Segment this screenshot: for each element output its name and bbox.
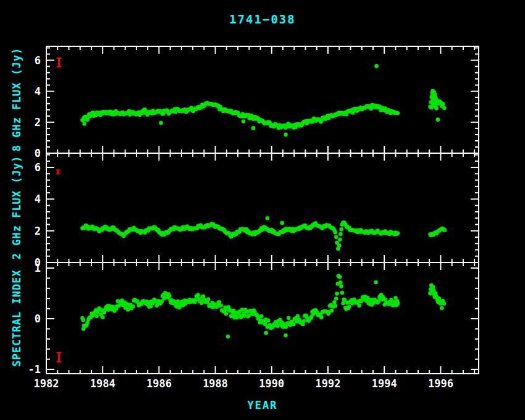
x-tick-label: 1982 [18, 377, 75, 390]
x-tick-label: 1996 [412, 377, 469, 390]
calibration-error-bar-middle [56, 170, 60, 174]
y-tick-label: 4 [0, 193, 41, 205]
x-axis-label: YEAR [46, 399, 479, 411]
panel-axes-middle [46, 153, 479, 262]
y-tick-label: 4 [0, 85, 41, 98]
light-curve-figure: 1741−038 8 GHz FLUX (Jy) 2 GHz FLUX (Jy)… [0, 0, 525, 420]
x-tick-label: 1988 [187, 377, 244, 390]
panel-axes-bottom [46, 262, 479, 374]
y-tick-label: 6 [0, 161, 41, 174]
plot-canvas [0, 0, 525, 420]
y-tick-label: 0 [0, 313, 41, 325]
panel-data-top [80, 64, 447, 136]
calibration-error-bar-bottom [57, 353, 62, 362]
panel-axes-top [46, 46, 479, 153]
x-tick-label: 1994 [356, 377, 413, 390]
y-tick-label: -1 [0, 363, 41, 376]
panel-data-middle [80, 216, 447, 251]
y-tick-label: 1 [0, 262, 41, 274]
x-tick-label: 1990 [243, 377, 300, 390]
y-tick-label: 2 [0, 116, 41, 128]
x-tick-label: 1986 [130, 377, 187, 390]
x-tick-label: 1992 [300, 377, 356, 390]
y-tick-label: 2 [0, 225, 41, 237]
calibration-error-bar-top [57, 58, 62, 67]
y-tick-label: 0 [0, 147, 41, 159]
y-tick-label: 6 [0, 54, 41, 67]
x-tick-label: 1984 [74, 377, 131, 390]
panel-data-bottom [80, 274, 446, 338]
